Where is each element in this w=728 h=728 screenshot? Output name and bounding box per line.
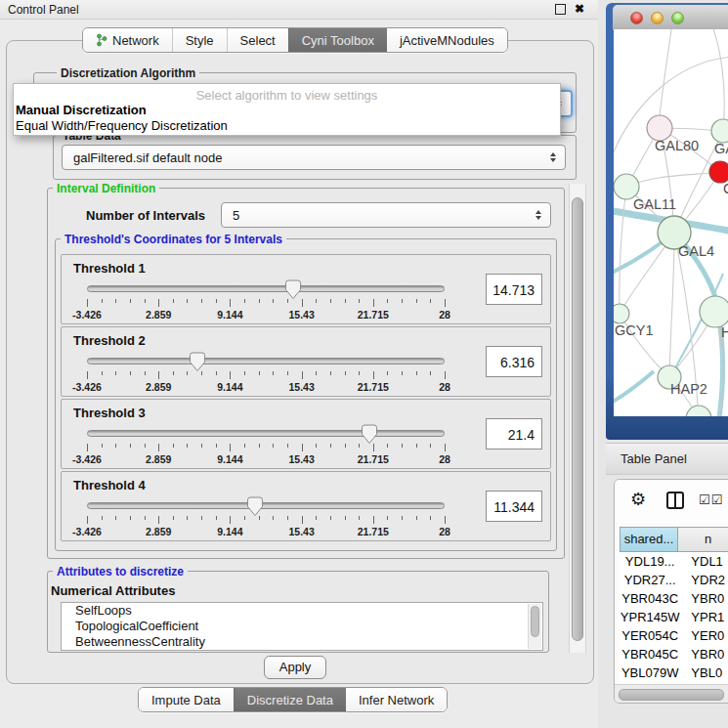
control-panel-tabs: Network Style Select Cyni Toolbox jActiv…	[82, 27, 508, 53]
table-row[interactable]: YER054CYER0	[620, 626, 728, 645]
threshold-1-slider[interactable]: -3.426 2.859 9.144 15.43 21.715 28	[87, 280, 445, 321]
tab-style[interactable]: Style	[172, 28, 227, 52]
list-item[interactable]: SelfLoops	[62, 603, 542, 619]
slider-ticks	[87, 516, 445, 525]
table-horizontal-scrollbar-thumb[interactable]	[619, 689, 724, 701]
slider-ticks	[87, 371, 445, 380]
table-body[interactable]: YDL19...YDL1 YDR27...YDR2 YBR043CYBR0 YP…	[620, 552, 728, 685]
table-data-combobox[interactable]: galFiltered.sif default node	[62, 145, 566, 170]
number-of-intervals-value: 5	[233, 208, 239, 223]
node-gcy1[interactable]	[614, 304, 629, 323]
attributes-list-scrollbar-thumb[interactable]	[531, 606, 539, 637]
threshold-4-slider[interactable]: -3.426 2.859 9.144 15.43 21.715 28	[87, 497, 445, 538]
edge	[711, 29, 724, 131]
table-row[interactable]: YBL079WYBL0	[620, 664, 728, 682]
dropdown-option-manual-discretization[interactable]: Manual Discretization	[16, 103, 147, 117]
slider-tick-labels: -3.426 2.859 9.144 15.43 21.715 28	[87, 453, 445, 465]
node-label: C	[723, 181, 728, 196]
settings-scrollbar-thumb[interactable]	[572, 197, 583, 641]
slider-track[interactable]	[87, 502, 445, 509]
zoom-traffic-light-icon[interactable]	[671, 12, 684, 24]
network-window-titlebar[interactable]	[613, 5, 728, 30]
list-item[interactable]: TopologicalCoefficient	[62, 619, 542, 634]
float-window-icon[interactable]	[555, 4, 566, 15]
threshold-4-panel: Threshold 4 -3.426 2.859 9.144 15.43 21.…	[61, 471, 551, 541]
table-row[interactable]: YBR043CYBR0	[620, 589, 728, 608]
threshold-3-slider[interactable]: -3.426 2.859 9.144 15.43 21.715 28	[87, 425, 445, 466]
slider-thumb[interactable]	[284, 279, 302, 300]
slider-tick-labels: -3.426 2.859 9.144 15.43 21.715 28	[87, 381, 445, 393]
control-panel: Control Panel ✖ Network Style Selec	[0, 0, 598, 728]
column-header-name[interactable]: n	[678, 527, 728, 552]
algorithm-dropdown-popup: Select algorithm to view settings Manual…	[13, 83, 561, 136]
apply-button[interactable]: Apply	[264, 656, 326, 679]
edge	[620, 187, 626, 314]
node[interactable]	[711, 119, 728, 143]
column-header-shared[interactable]: shared...	[620, 527, 678, 552]
close-icon[interactable]: ✖	[575, 3, 584, 15]
edge	[614, 371, 654, 405]
numerical-attributes-list[interactable]: SelfLoops TopologicalCoefficient Between…	[61, 602, 543, 651]
gear-icon[interactable]: ⚙	[630, 489, 646, 510]
attributes-list-scrollbar[interactable]	[528, 604, 541, 649]
slider-track[interactable]	[87, 285, 445, 292]
threshold-3-value-field[interactable]: 21.4	[486, 418, 542, 450]
node-label: GCY1	[615, 322, 654, 338]
threshold-3-panel: Threshold 3 -3.426 2.859 9.144 15.43 21.…	[61, 399, 551, 469]
threshold-2-panel: Threshold 2 -3.426 2.859 9.144 15.43 21.…	[61, 326, 551, 397]
screen: Control Panel ✖ Network Style Selec	[0, 0, 728, 728]
tab-cyni-toolbox[interactable]: Cyni Toolbox	[288, 28, 387, 52]
tab-impute-data[interactable]: Impute Data	[139, 688, 234, 711]
slider-tick-labels: -3.426 2.859 9.144 15.43 21.715 28	[87, 309, 445, 321]
threshold-2-slider[interactable]: -3.426 2.859 9.144 15.43 21.715 28	[87, 353, 445, 394]
slider-thumb[interactable]	[246, 496, 264, 517]
close-traffic-light-icon[interactable]	[630, 12, 643, 24]
network-view-window: GAL80 GA C GAL11 GAL4 H GCY1 HAP2	[606, 3, 728, 440]
cyni-mode-tabs: Impute Data Discretize Data Infer Networ…	[138, 687, 448, 712]
settings-scrollbar[interactable]	[569, 184, 586, 653]
numerical-attributes-heading: Numerical Attributes	[51, 583, 175, 598]
slider-track[interactable]	[87, 358, 445, 364]
columns-icon[interactable]	[665, 491, 685, 510]
node-label: GAL80	[655, 138, 699, 153]
table-panel-header: Table Panel	[606, 443, 728, 475]
table-row[interactable]: YBR045CYBR0	[620, 645, 728, 664]
threshold-4-value-field[interactable]: 11.344	[486, 491, 542, 522]
edge	[626, 172, 720, 187]
minimize-traffic-light-icon[interactable]	[651, 12, 664, 24]
table-row[interactable]: YDR27...YDR2	[620, 571, 728, 589]
tab-jactivemnodules[interactable]: jActiveMNodules	[387, 28, 507, 52]
edge	[660, 29, 672, 115]
slider-thumb[interactable]	[361, 424, 378, 445]
table-row[interactable]: YPR145WYPR1	[620, 608, 728, 626]
threshold-1-value-field[interactable]: 14.713	[486, 274, 542, 305]
threshold-2-value-field[interactable]: 6.316	[486, 346, 542, 377]
threshold-4-label: Threshold 4	[73, 478, 146, 492]
combo-arrows-icon	[535, 210, 541, 220]
node[interactable]	[700, 296, 728, 327]
combo-arrows-icon	[550, 152, 556, 162]
threshold-2-label: Threshold 2	[73, 333, 146, 348]
table-horizontal-scrollbar[interactable]	[615, 684, 728, 703]
dropdown-option-equal-width-frequency[interactable]: Equal Width/Frequency Discretization	[16, 118, 228, 133]
node[interactable]	[686, 406, 711, 416]
control-panel-titlebar: Control Panel ✖	[0, 0, 598, 20]
slider-track[interactable]	[87, 430, 445, 437]
tab-network[interactable]: Network	[83, 28, 172, 52]
tab-select[interactable]: Select	[227, 28, 288, 52]
slider-thumb[interactable]	[189, 352, 206, 372]
node-selected-red[interactable]	[709, 161, 728, 183]
tab-infer-network[interactable]: Infer Network	[346, 688, 447, 711]
edge	[669, 233, 674, 377]
slider-tick-labels: -3.426 2.859 9.144 15.43 21.715 28	[87, 526, 445, 537]
table-row[interactable]: YDL19...YDL1	[620, 552, 728, 571]
dropdown-hint: Select algorithm to view settings	[14, 88, 560, 103]
list-item[interactable]: BetweennessCentrality	[62, 634, 542, 650]
select-checkboxes-icon[interactable]: ☑☑	[699, 492, 723, 507]
node-label: H	[721, 324, 728, 340]
threshold-1-label: Threshold 1	[73, 261, 146, 276]
number-of-intervals-combobox[interactable]: 5	[221, 202, 551, 228]
network-canvas[interactable]: GAL80 GA C GAL11 GAL4 H GCY1 HAP2	[614, 29, 728, 416]
tab-discretize-data[interactable]: Discretize Data	[234, 688, 346, 711]
node-label: HAP2	[670, 381, 707, 397]
